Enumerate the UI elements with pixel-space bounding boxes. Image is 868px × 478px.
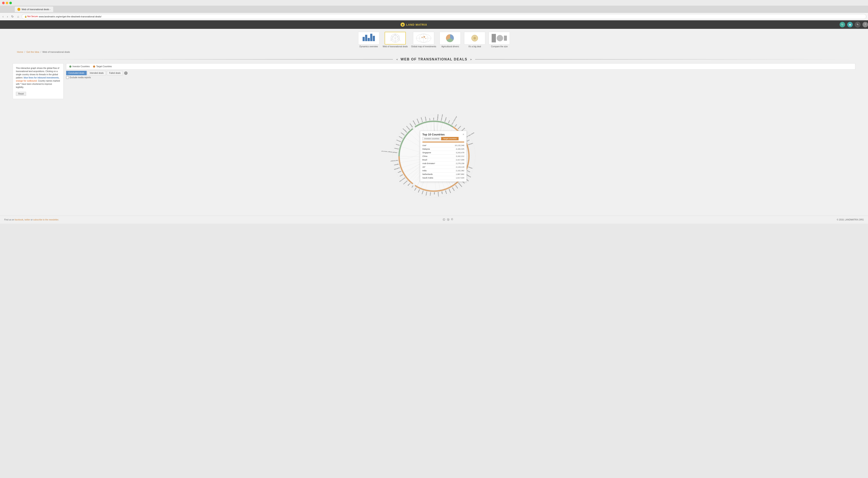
svg-text:DRC: DRC	[411, 185, 414, 188]
country-cell: Usa*	[420, 144, 446, 147]
investor-countries-tab[interactable]: Investor countries	[422, 137, 441, 140]
svg-text:Pakistan: Pakistan	[425, 117, 427, 121]
reset-button[interactable]: Reset	[16, 92, 26, 96]
maximize-button[interactable]	[9, 2, 12, 4]
info-icon[interactable]: ?	[124, 71, 128, 75]
breadcrumb-home[interactable]: Home	[17, 51, 23, 53]
svg-text:Kenya: Kenya	[467, 170, 471, 173]
page-title: WEB OF TRANSNATIONAL DEALS	[401, 57, 467, 61]
concluded-deals-button[interactable]: Concluded deals	[66, 71, 87, 75]
title-line-right	[475, 59, 855, 60]
thumb-label-compare: Compare the size	[491, 46, 507, 48]
svg-text:Zimbabwe: Zimbabwe	[458, 182, 462, 187]
value-cell: 4,160,325	[446, 147, 466, 151]
exclude-media-checkbox[interactable]	[66, 76, 69, 79]
country-cell: Netherlands	[420, 173, 446, 176]
thumb-label-agri: Agricultural drivers	[441, 46, 459, 48]
svg-text:Vietnam: Vietnam	[399, 136, 403, 139]
thumb-label-map: Global map of investments	[411, 46, 436, 48]
back-button[interactable]: ‹	[2, 14, 4, 19]
value-cell: 1,617,020	[446, 176, 466, 180]
browser-titlebar: Web of transnational deals - ‹ › ↻ ⌂ 🔒 N…	[0, 0, 868, 20]
thumb-bigdeal[interactable]: It's a big deal	[464, 32, 485, 48]
svg-text:Bangladesh: Bangladesh	[437, 114, 439, 121]
thumb-agri[interactable]: Agricultural drivers	[439, 32, 461, 48]
close-button[interactable]	[2, 2, 5, 4]
traffic-lights	[2, 2, 12, 4]
table-row[interactable]: Malaysia4,160,325	[420, 147, 466, 151]
nav-icon-3[interactable]: ✎	[855, 22, 860, 27]
intended-deals-button[interactable]: Intended deals	[88, 71, 106, 75]
browser-tab[interactable]: Web of transnational deals -	[15, 6, 53, 12]
footer-find-text: Find us on	[4, 218, 14, 221]
exclude-media-label: Exclude media reports	[70, 76, 91, 79]
svg-text:Mali: Mali	[434, 192, 435, 195]
svg-text:South Korea*: South Korea*	[440, 114, 443, 121]
footer-links: Find us on facebook, twitter or subscrib…	[4, 218, 59, 221]
thumb-map[interactable]: Global map of investments	[411, 32, 436, 48]
svg-text:Nigeria: Nigeria	[445, 190, 447, 194]
popup-close-button[interactable]: ×	[463, 133, 464, 136]
table-row[interactable]: Singapore3,243,478	[420, 151, 466, 154]
address-input[interactable]: 🔒 Not Secure www.landmatrix.org/en/get-t…	[22, 14, 866, 19]
forward-button[interactable]: ›	[6, 14, 9, 19]
svg-text:China, Hong Kong*: China, Hong Kong*	[451, 116, 457, 125]
svg-text:Tajikistan: Tajikistan	[394, 163, 399, 166]
target-countries-tab[interactable]: Target countries	[441, 137, 459, 140]
svg-text:Philippines: Philippines	[402, 128, 407, 133]
arrow-right: ►	[470, 58, 472, 61]
table-row[interactable]: Saudi Arabia1,617,020	[420, 176, 466, 180]
popup-tabs: Investor countries Target countries	[420, 137, 466, 142]
site-footer: Find us on facebook, twitter or subscrib…	[0, 216, 868, 223]
svg-text:China: China	[454, 124, 457, 127]
footer-subscribe-link[interactable]: subscribe to the newsletter	[33, 218, 58, 221]
nav-icon-1[interactable]: ↻	[840, 22, 845, 27]
value-cell: 10,132,346	[446, 144, 466, 147]
failed-deals-button[interactable]: Failed deals	[107, 71, 123, 75]
table-row[interactable]: India2,102,382	[420, 169, 466, 173]
popup-table: Usa*10,132,346Malaysia4,160,325Singapore…	[420, 144, 466, 180]
thumb-dynamics[interactable]: Dynamics overview	[358, 32, 379, 48]
svg-text:Japan: Japan	[448, 120, 450, 123]
table-row[interactable]: Arab Emirates*2,278,158	[420, 162, 466, 165]
table-row[interactable]: China3,162,212	[420, 154, 466, 158]
value-cell: 2,102,382	[446, 169, 466, 173]
footer-facebook-link[interactable]: facebook	[14, 218, 23, 221]
table-row[interactable]: Netherlands1,887,882	[420, 173, 466, 176]
country-cell: Saudi Arabia	[420, 176, 446, 180]
popup-header: Top 10 Countries ×	[420, 131, 466, 137]
table-row[interactable]: Usa*10,132,346	[420, 144, 466, 147]
value-cell: 1,887,882	[446, 173, 466, 176]
thumb-compare[interactable]: Compare the size	[489, 32, 510, 48]
svg-text:Uganda: Uganda	[452, 187, 455, 191]
svg-text:Angola: Angola	[399, 174, 403, 177]
svg-text:Burkina Faso: Burkina Faso	[399, 177, 406, 182]
minimize-button[interactable]	[6, 2, 8, 4]
nav-icon-2[interactable]: ◉	[847, 22, 853, 27]
breadcrumb-get-idea[interactable]: Get the Idea	[26, 51, 39, 53]
lock-icon: 🔒	[24, 15, 27, 18]
logo-icon: ◆	[401, 23, 405, 27]
cc-by-icon: ⓑ	[447, 218, 450, 221]
footer-twitter-link[interactable]: twitter	[25, 218, 30, 221]
svg-text:Myanmar: Myanmar	[406, 126, 410, 130]
desc-text: This interactive graph shows the global …	[16, 66, 60, 89]
value-cell: 3,243,478	[446, 151, 466, 154]
nav-icons: ↻ ◉ ✎ ?	[840, 22, 868, 27]
top10-popup: Top 10 Countries × Investor countries Ta…	[420, 131, 467, 182]
target-dot	[93, 65, 95, 68]
svg-text:Kazakhstan: Kazakhstan	[394, 167, 400, 171]
tab-bar: Web of transnational deals -	[0, 6, 868, 13]
svg-text:Jamaica: Jamaica	[457, 125, 461, 129]
svg-text:Rwanda: Rwanda	[448, 189, 452, 193]
refresh-button[interactable]: ↻	[10, 14, 14, 19]
blue-text: blue lines for inbound investments	[24, 77, 59, 79]
nav-icon-4[interactable]: ?	[863, 22, 868, 27]
viz-area: .chord-text { font-size: 5.5px; fill: #3…	[13, 101, 855, 211]
table-row[interactable]: Brazil2,417,309	[420, 158, 466, 162]
thumb-web[interactable]: Web of transnational deals	[383, 32, 408, 48]
cc-nd-icon: ©	[451, 218, 453, 221]
table-row[interactable]: Uk*2,119,119	[420, 165, 466, 169]
home-button[interactable]: ⌂	[16, 14, 20, 19]
svg-line-2	[390, 34, 395, 41]
